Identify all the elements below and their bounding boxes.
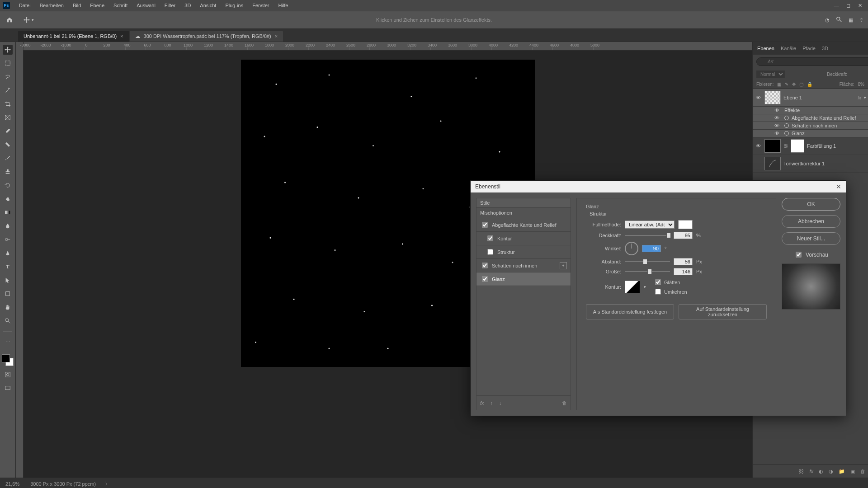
layer-thumb[interactable] [764, 91, 781, 104]
menu-item[interactable]: 3D [180, 3, 195, 8]
move-tool[interactable] [3, 45, 13, 55]
zoom-level[interactable]: 21,6% [5, 481, 19, 487]
edit-toolbar-icon[interactable]: ⋯ [3, 337, 13, 347]
pen-tool[interactable] [3, 248, 13, 258]
status-arrow-icon[interactable]: 〉 [105, 481, 110, 488]
menu-item[interactable]: Ebene [85, 3, 109, 8]
color-swatch[interactable] [678, 220, 693, 229]
hand-tool[interactable] [3, 302, 13, 312]
menu-item[interactable]: Auswahl [132, 3, 160, 8]
lock-artboard-icon[interactable]: ▢ [799, 82, 803, 87]
style-item-contour[interactable]: Kontur [476, 232, 571, 245]
antialias-checkbox[interactable] [655, 279, 661, 285]
angle-dial[interactable] [625, 242, 638, 255]
panel-tab-3d[interactable]: 3D [822, 46, 828, 51]
marquee-tool[interactable] [3, 58, 13, 68]
tab-close-icon[interactable]: × [275, 33, 278, 39]
delete-style-icon[interactable]: 🗑 [562, 400, 567, 406]
quickmask-icon[interactable] [3, 370, 13, 380]
blendmode-select[interactable]: Linear abw. (Add.) [625, 221, 675, 229]
screenmode-icon[interactable] [3, 383, 13, 393]
window-minimize-icon[interactable]: — [831, 3, 842, 9]
window-close-icon[interactable]: ✕ [854, 3, 865, 9]
move-tool-icon[interactable]: ▾ [24, 17, 34, 23]
layer-fx-badge[interactable]: fx [858, 95, 861, 100]
contour-dropdown-icon[interactable]: ▾ [644, 285, 646, 289]
lasso-tool[interactable] [3, 72, 13, 82]
effects-heading[interactable]: 👁 Effekte [753, 107, 868, 114]
workspace-icon[interactable]: ▦ [849, 17, 853, 23]
lock-pixels-icon[interactable]: ✎ [785, 82, 788, 87]
menu-item[interactable]: Plug-ins [221, 3, 248, 8]
zoom-tool[interactable] [3, 316, 13, 326]
angle-input[interactable] [642, 245, 661, 252]
lock-transparency-icon[interactable]: ▦ [777, 82, 781, 87]
preview-toggle[interactable]: Vorschau [782, 250, 840, 259]
trash-icon[interactable]: 🗑 [860, 469, 865, 474]
layer-fx-icon[interactable]: fx [809, 469, 813, 474]
distance-input[interactable] [674, 258, 693, 265]
collapse-icon[interactable]: ▾ [864, 95, 866, 100]
style-checkbox[interactable] [482, 263, 488, 268]
document-tab[interactable]: Unbenannt-1 bei 21,6% (Ebene 1, RGB/8) × [18, 31, 129, 42]
path-select-tool[interactable] [3, 275, 13, 285]
style-item-bevel[interactable]: Abgeflachte Kante und Relief [476, 218, 571, 232]
style-checkbox[interactable] [487, 249, 493, 255]
layer-name[interactable]: Tonwertkorrektur 1 [783, 161, 866, 166]
style-item-inner-shadow[interactable]: Schatten nach innen+ [476, 259, 571, 272]
visibility-icon[interactable]: 👁 [774, 108, 782, 113]
layer-mask-thumb[interactable] [791, 139, 804, 153]
dodge-tool[interactable] [3, 235, 13, 244]
style-item-satin[interactable]: Glanz [476, 272, 571, 286]
wand-tool[interactable] [3, 85, 13, 95]
menu-item[interactable]: Schrift [109, 3, 132, 8]
stamp-tool[interactable] [3, 167, 13, 177]
size-input[interactable] [674, 268, 693, 275]
move-up-icon[interactable]: ↑ [491, 400, 493, 406]
move-down-icon[interactable]: ↓ [499, 400, 502, 406]
home-icon[interactable] [5, 15, 14, 25]
brush-tool[interactable] [3, 153, 13, 163]
menu-item[interactable]: Bild [68, 3, 85, 8]
eyedropper-tool[interactable] [3, 126, 13, 136]
layer-effect-item[interactable]: 👁Glanz [753, 130, 868, 137]
visibility-icon[interactable]: 👁 [755, 95, 762, 100]
blur-tool[interactable] [3, 221, 13, 231]
shape-tool[interactable] [3, 289, 13, 299]
layer-thumb[interactable] [764, 139, 781, 153]
search-icon[interactable] [836, 16, 842, 23]
style-item-texture[interactable]: Struktur [476, 245, 571, 259]
opacity-slider[interactable] [625, 232, 670, 239]
healing-tool[interactable] [3, 140, 13, 150]
menu-item[interactable]: Hilfe [274, 3, 292, 8]
distance-slider[interactable] [625, 258, 670, 265]
foreground-color[interactable] [2, 354, 10, 362]
contour-picker[interactable] [625, 281, 640, 293]
panel-tab-paths[interactable]: Pfade [802, 46, 816, 51]
eraser-tool[interactable] [3, 194, 13, 204]
blend-mode-select[interactable]: Normal [756, 70, 785, 78]
layer-row[interactable]: 👁 Ebene 1 fx ▾ [753, 89, 868, 107]
dialog-titlebar[interactable]: Ebenenstil ✕ [471, 181, 846, 192]
tab-close-icon[interactable]: × [120, 33, 123, 39]
crop-tool[interactable] [3, 99, 13, 109]
document-info[interactable]: 3000 Px x 3000 Px (72 ppcm) [30, 481, 96, 487]
ok-button[interactable]: OK [782, 198, 840, 211]
style-checkbox[interactable] [482, 222, 488, 228]
layer-mask-icon[interactable]: ◐ [819, 469, 823, 474]
panel-tab-layers[interactable]: Ebenen [757, 46, 774, 51]
layer-row[interactable]: Tonwertkorrektur 1 [753, 155, 868, 173]
cloud-docs-icon[interactable]: ◔ [825, 17, 830, 23]
layer-name[interactable]: Ebene 1 [783, 95, 855, 100]
menu-item[interactable]: Ansicht [195, 3, 221, 8]
invert-checkbox[interactable] [655, 289, 661, 295]
link-icon[interactable]: ⛓ [783, 144, 788, 148]
style-item-blending[interactable]: Mischoptionen [476, 208, 571, 218]
gradient-tool[interactable] [3, 207, 13, 217]
cancel-button[interactable]: Abbrechen [782, 215, 840, 228]
group-icon[interactable]: 📁 [839, 469, 845, 474]
preview-checkbox[interactable] [796, 252, 802, 258]
color-swatch[interactable] [2, 354, 14, 366]
add-effect-icon[interactable]: + [560, 262, 567, 269]
fx-menu-icon[interactable]: fx [480, 400, 484, 406]
